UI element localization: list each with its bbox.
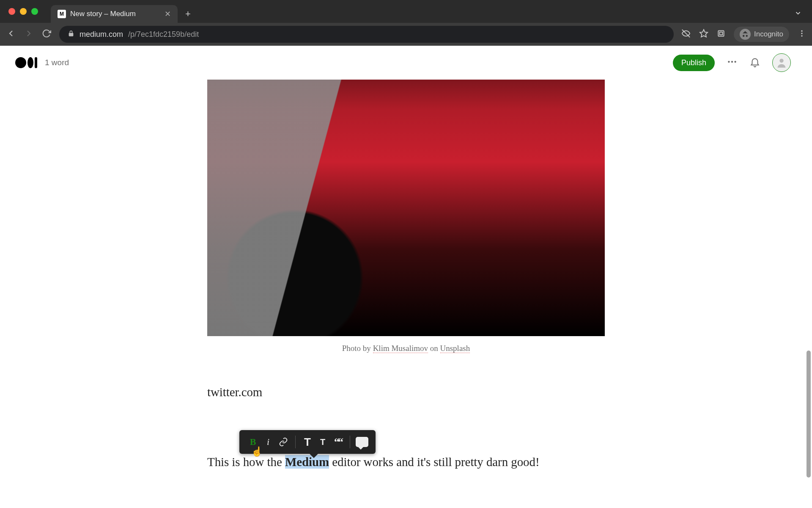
bold-button[interactable]: B: [245, 433, 261, 450]
notifications-button[interactable]: [749, 56, 760, 69]
back-button[interactable]: [6, 28, 16, 40]
editor-content[interactable]: Photo by Klim Musalimov on Unsplash twit…: [207, 46, 605, 472]
link-button[interactable]: [276, 433, 291, 450]
svg-marker-1: [700, 30, 708, 37]
heading-small-button[interactable]: T: [315, 433, 330, 450]
more-options-button[interactable]: [727, 56, 738, 69]
extensions-button[interactable]: [717, 29, 725, 39]
italic-button[interactable]: i: [261, 433, 276, 450]
new-tab-button[interactable]: +: [185, 8, 191, 19]
window-controls: [8, 8, 38, 15]
tab-favicon-icon: M: [58, 10, 66, 18]
medium-logo-icon[interactable]: [15, 57, 37, 68]
window-close-button[interactable]: [8, 8, 15, 15]
image-caption[interactable]: Photo by Klim Musalimov on Unsplash: [207, 344, 605, 353]
svg-point-6: [801, 35, 802, 36]
tab-close-button[interactable]: ✕: [165, 9, 171, 19]
svg-point-9: [734, 61, 736, 63]
svg-point-7: [728, 61, 730, 63]
svg-rect-3: [720, 32, 723, 35]
paragraph-2[interactable]: This is how the Medium editor works and …: [207, 453, 605, 472]
caption-source-link[interactable]: Unsplash: [440, 344, 470, 353]
user-avatar[interactable]: [772, 53, 791, 72]
svg-point-5: [801, 33, 802, 34]
caption-author-link[interactable]: Klim Musalimov: [373, 344, 428, 353]
note-icon: [356, 437, 368, 447]
window-minimize-button[interactable]: [20, 8, 27, 15]
p2-before: This is how the: [207, 455, 285, 469]
svg-point-4: [801, 30, 802, 32]
browser-toolbar: medium.com/p/7ec1fdc2159b/edit Incognito: [0, 23, 812, 46]
browser-chrome: M New story – Medium ✕ + medium.com/p/7e…: [0, 0, 812, 46]
formatting-toolbar: B i T T ““: [239, 430, 376, 454]
svg-point-8: [731, 61, 733, 63]
profile-button[interactable]: Incognito: [734, 27, 789, 42]
url-path: /p/7ec1fdc2159b/edit: [128, 30, 199, 39]
incognito-indicator-icon: [681, 29, 691, 40]
lock-icon: [68, 30, 74, 39]
quote-button[interactable]: ““: [330, 433, 346, 450]
caption-middle: on: [428, 344, 440, 353]
svg-point-10: [779, 59, 783, 63]
tab-title: New story – Medium: [70, 10, 160, 18]
paragraph-1[interactable]: twitter.com: [207, 383, 605, 402]
selected-text[interactable]: Medium: [285, 455, 329, 469]
window-maximize-button[interactable]: [31, 8, 38, 15]
toolbar-separator: [295, 436, 296, 448]
scrollbar[interactable]: [807, 351, 811, 478]
bookmark-button[interactable]: [699, 29, 708, 40]
hero-image[interactable]: [207, 46, 605, 336]
tabs-overflow-button[interactable]: [794, 9, 802, 19]
word-count: 1 word: [45, 58, 69, 67]
page-body: 1 word Publish Photo by Klim Musalimov o…: [0, 46, 812, 508]
heading-large-button[interactable]: T: [300, 433, 315, 450]
forward-button[interactable]: [24, 28, 34, 40]
svg-rect-2: [718, 30, 724, 36]
private-note-button[interactable]: [354, 433, 370, 450]
p2-after: editor works and it's still pretty darn …: [329, 455, 539, 469]
medium-topbar: 1 word Publish: [0, 46, 806, 80]
browser-titlebar: M New story – Medium ✕ +: [0, 0, 812, 23]
browser-right-controls: Incognito: [681, 27, 806, 42]
incognito-icon: [740, 29, 751, 40]
profile-label: Incognito: [754, 30, 783, 39]
publish-button[interactable]: Publish: [673, 55, 715, 71]
reload-button[interactable]: [41, 29, 52, 40]
browser-tab[interactable]: M New story – Medium ✕: [51, 5, 178, 23]
address-bar[interactable]: medium.com/p/7ec1fdc2159b/edit: [59, 26, 674, 43]
browser-menu-button[interactable]: [798, 29, 806, 39]
toolbar-separator: [350, 436, 350, 448]
url-host: medium.com: [80, 30, 123, 39]
caption-prefix: Photo by: [342, 344, 373, 353]
